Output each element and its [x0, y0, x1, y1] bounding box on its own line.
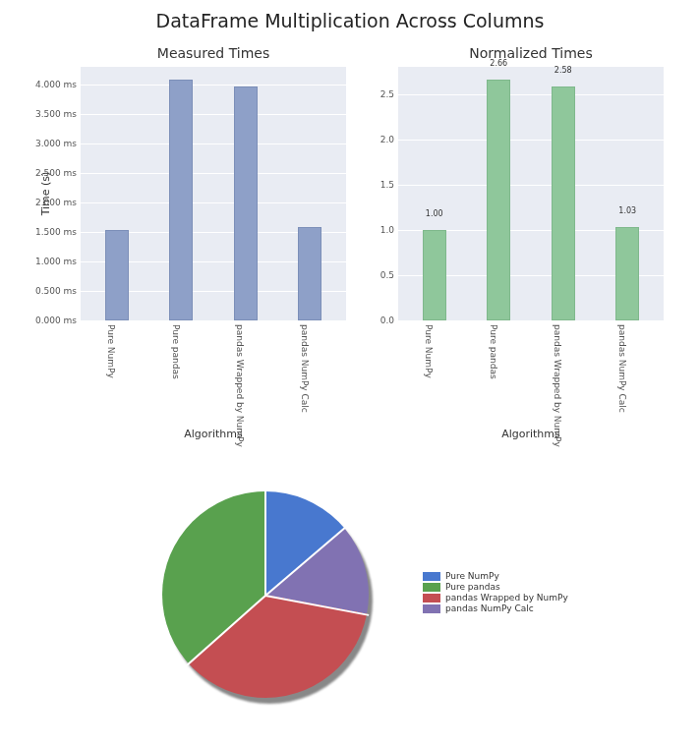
x-tick-label: pandas NumPy Calc [300, 324, 310, 413]
y-tick-label: 2.500 ms [35, 168, 81, 178]
x-tick-label: pandas Wrapped by NumPy [236, 324, 246, 447]
x-tick-label: Pure NumPy [425, 324, 435, 378]
bar-value-label: 1.00 [426, 209, 443, 218]
x-tick-label: Pure NumPy [107, 324, 117, 378]
y-tick-label: 0.500 ms [35, 286, 81, 296]
x-tick-label: Pure pandas [489, 324, 498, 379]
legend-item: pandas NumPy Calc [423, 603, 568, 613]
x-tick-label: Pure pandas [171, 324, 181, 379]
bar [423, 230, 446, 320]
bars-container: Pure NumPyPure pandaspandas Wrapped by N… [81, 67, 346, 320]
bar [105, 230, 129, 320]
legend-label: Pure pandas [445, 582, 500, 592]
figure: DataFrame Multiplication Across Columns … [0, 0, 700, 746]
y-tick-label: 0.5 [380, 270, 398, 280]
pie-chart [162, 491, 369, 698]
y-tick-label: 1.500 ms [35, 227, 81, 237]
bar-value-label: 1.03 [618, 206, 636, 215]
bar [615, 227, 639, 320]
legend-item: Pure pandas [423, 582, 568, 592]
bar [298, 227, 321, 320]
y-tick-label: 2.5 [380, 89, 398, 99]
y-tick-label: 4.000 ms [35, 80, 81, 89]
x-tick-label: pandas NumPy Calc [617, 324, 627, 413]
pie-disc [162, 491, 369, 698]
legend-swatch [423, 594, 440, 603]
bar-chart-measured: Measured Times Time (s) Algorithms 0.000… [81, 67, 346, 320]
figure-suptitle: DataFrame Multiplication Across Columns [0, 10, 700, 31]
y-tick-label: 2.0 [380, 135, 398, 144]
bar [169, 80, 193, 320]
legend-swatch [423, 583, 440, 592]
bar-chart-normalized: Normalized Times Algorithms 0.00.51.01.5… [398, 67, 664, 320]
subplot-title: Normalized Times [398, 45, 664, 61]
legend-label: Pure NumPy [445, 571, 499, 581]
pie-legend: Pure NumPy Pure pandas pandas Wrapped by… [423, 570, 568, 614]
bar-value-label: 2.58 [554, 66, 572, 75]
y-tick-label: 2.000 ms [35, 198, 81, 207]
y-tick-label: 3.500 ms [35, 109, 81, 119]
bar [487, 80, 510, 320]
subplot-title: Measured Times [81, 45, 346, 61]
y-tick-label: 1.5 [380, 180, 398, 190]
legend-item: Pure NumPy [423, 571, 568, 581]
x-axis-label: Algorithms [81, 428, 346, 440]
x-tick-label: pandas Wrapped by NumPy [554, 324, 563, 447]
x-axis-label: Algorithms [398, 428, 664, 440]
y-tick-label: 0.000 ms [35, 316, 81, 325]
y-tick-label: 3.000 ms [35, 139, 81, 148]
legend-item: pandas Wrapped by NumPy [423, 593, 568, 603]
y-tick-label: 1.000 ms [35, 257, 81, 266]
y-tick-label: 1.0 [380, 225, 398, 235]
legend-label: pandas NumPy Calc [445, 603, 534, 613]
y-tick-label: 0.0 [380, 316, 398, 325]
legend-label: pandas Wrapped by NumPy [445, 593, 568, 603]
y-axis-label: Time (s) [39, 172, 52, 216]
legend-swatch [423, 604, 440, 613]
legend-swatch [423, 572, 440, 581]
bar [552, 86, 575, 320]
bar-value-label: 2.66 [490, 59, 507, 68]
bar [234, 86, 258, 320]
bars-container: 1.00Pure NumPy2.66Pure pandas2.58pandas … [398, 67, 664, 320]
